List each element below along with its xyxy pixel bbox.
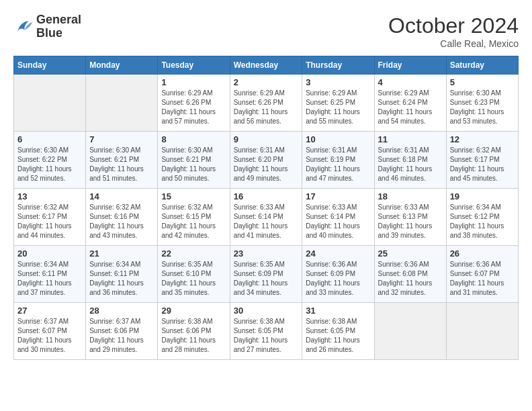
day-info: Sunrise: 6:35 AMSunset: 6:10 PMDaylight:… (161, 260, 226, 298)
day-number: 10 (306, 134, 370, 144)
calendar-cell: 12Sunrise: 6:32 AMSunset: 6:17 PMDayligh… (446, 132, 518, 189)
calendar-cell: 17Sunrise: 6:33 AMSunset: 6:14 PMDayligh… (302, 189, 374, 246)
calendar-cell: 16Sunrise: 6:33 AMSunset: 6:14 PMDayligh… (230, 189, 302, 246)
calendar-cell: 19Sunrise: 6:34 AMSunset: 6:12 PMDayligh… (446, 189, 518, 246)
day-number: 14 (89, 191, 154, 201)
calendar-week-row: 27Sunrise: 6:37 AMSunset: 6:07 PMDayligh… (14, 303, 519, 360)
logo-line2: Blue (36, 27, 81, 40)
day-info: Sunrise: 6:32 AMSunset: 6:17 PMDaylight:… (450, 146, 515, 183)
day-number: 1 (161, 77, 226, 87)
day-info: Sunrise: 6:29 AMSunset: 6:25 PMDaylight:… (306, 89, 370, 126)
month-title: October 2024 (388, 13, 519, 38)
weekday-header: Saturday (446, 56, 518, 75)
weekday-header: Monday (86, 56, 158, 75)
day-number: 12 (450, 134, 515, 144)
day-number: 21 (89, 248, 154, 259)
calendar-cell: 6Sunrise: 6:30 AMSunset: 6:22 PMDaylight… (14, 132, 86, 189)
day-number: 22 (161, 248, 226, 259)
day-info: Sunrise: 6:30 AMSunset: 6:21 PMDaylight:… (161, 146, 226, 183)
day-info: Sunrise: 6:30 AMSunset: 6:22 PMDaylight:… (17, 146, 82, 183)
day-info: Sunrise: 6:38 AMSunset: 6:05 PMDaylight:… (306, 317, 370, 355)
weekday-header: Wednesday (230, 56, 302, 75)
day-number: 7 (89, 134, 154, 144)
day-number: 20 (17, 248, 82, 259)
day-number: 8 (161, 134, 226, 144)
day-number: 9 (234, 134, 299, 144)
calendar-cell: 22Sunrise: 6:35 AMSunset: 6:10 PMDayligh… (158, 246, 230, 303)
day-number: 30 (234, 306, 299, 316)
day-info: Sunrise: 6:38 AMSunset: 6:06 PMDaylight:… (161, 317, 226, 355)
calendar-cell: 10Sunrise: 6:31 AMSunset: 6:19 PMDayligh… (302, 132, 374, 189)
day-info: Sunrise: 6:33 AMSunset: 6:13 PMDaylight:… (378, 203, 443, 240)
day-info: Sunrise: 6:30 AMSunset: 6:23 PMDaylight:… (450, 89, 515, 126)
calendar-cell: 30Sunrise: 6:38 AMSunset: 6:05 PMDayligh… (230, 303, 302, 360)
calendar-cell: 26Sunrise: 6:36 AMSunset: 6:07 PMDayligh… (446, 246, 518, 303)
day-info: Sunrise: 6:36 AMSunset: 6:07 PMDaylight:… (450, 260, 515, 298)
day-number: 31 (306, 306, 370, 316)
calendar-table: SundayMondayTuesdayWednesdayThursdayFrid… (13, 56, 519, 360)
calendar-cell: 24Sunrise: 6:36 AMSunset: 6:09 PMDayligh… (302, 246, 374, 303)
day-number: 17 (306, 191, 370, 201)
day-info: Sunrise: 6:32 AMSunset: 6:17 PMDaylight:… (17, 203, 82, 240)
day-number: 26 (450, 248, 515, 259)
day-info: Sunrise: 6:35 AMSunset: 6:09 PMDaylight:… (234, 260, 299, 298)
day-number: 6 (17, 134, 82, 144)
day-number: 25 (378, 248, 443, 259)
day-number: 4 (378, 77, 443, 87)
calendar-cell (446, 303, 518, 360)
day-info: Sunrise: 6:33 AMSunset: 6:14 PMDaylight:… (306, 203, 370, 240)
calendar-cell (86, 75, 158, 132)
calendar-cell: 11Sunrise: 6:31 AMSunset: 6:18 PMDayligh… (374, 132, 446, 189)
calendar-cell: 9Sunrise: 6:31 AMSunset: 6:20 PMDaylight… (230, 132, 302, 189)
day-info: Sunrise: 6:33 AMSunset: 6:14 PMDaylight:… (234, 203, 299, 240)
calendar-cell (374, 303, 446, 360)
day-number: 11 (378, 134, 443, 144)
calendar-week-row: 6Sunrise: 6:30 AMSunset: 6:22 PMDaylight… (14, 132, 519, 189)
day-info: Sunrise: 6:31 AMSunset: 6:18 PMDaylight:… (378, 146, 443, 183)
day-info: Sunrise: 6:36 AMSunset: 6:08 PMDaylight:… (378, 260, 443, 298)
calendar-cell: 3Sunrise: 6:29 AMSunset: 6:25 PMDaylight… (302, 75, 374, 132)
day-info: Sunrise: 6:31 AMSunset: 6:20 PMDaylight:… (234, 146, 299, 183)
day-info: Sunrise: 6:32 AMSunset: 6:16 PMDaylight:… (89, 203, 154, 240)
logo-line1: General (36, 13, 81, 27)
day-number: 19 (450, 191, 515, 201)
logo-text: General Blue (36, 13, 81, 40)
page-header: General Blue October 2024 Calle Real, Me… (13, 13, 519, 49)
day-info: Sunrise: 6:34 AMSunset: 6:11 PMDaylight:… (17, 260, 82, 298)
day-info: Sunrise: 6:34 AMSunset: 6:11 PMDaylight:… (89, 260, 154, 298)
weekday-row: SundayMondayTuesdayWednesdayThursdayFrid… (14, 56, 519, 75)
day-number: 15 (161, 191, 226, 201)
location-subtitle: Calle Real, Mexico (388, 38, 519, 49)
weekday-header: Tuesday (158, 56, 230, 75)
calendar-week-row: 13Sunrise: 6:32 AMSunset: 6:17 PMDayligh… (14, 189, 519, 246)
logo-icon (13, 17, 34, 37)
calendar-cell: 7Sunrise: 6:30 AMSunset: 6:21 PMDaylight… (86, 132, 158, 189)
calendar-cell: 21Sunrise: 6:34 AMSunset: 6:11 PMDayligh… (86, 246, 158, 303)
calendar-cell: 23Sunrise: 6:35 AMSunset: 6:09 PMDayligh… (230, 246, 302, 303)
day-number: 13 (17, 191, 82, 201)
day-number: 5 (450, 77, 515, 87)
day-number: 16 (234, 191, 299, 201)
day-number: 24 (306, 248, 370, 259)
calendar-cell: 15Sunrise: 6:32 AMSunset: 6:15 PMDayligh… (158, 189, 230, 246)
calendar-cell: 27Sunrise: 6:37 AMSunset: 6:07 PMDayligh… (14, 303, 86, 360)
calendar-header: SundayMondayTuesdayWednesdayThursdayFrid… (14, 56, 519, 75)
day-info: Sunrise: 6:38 AMSunset: 6:05 PMDaylight:… (234, 317, 299, 355)
day-number: 27 (17, 306, 82, 316)
calendar-week-row: 20Sunrise: 6:34 AMSunset: 6:11 PMDayligh… (14, 246, 519, 303)
calendar-cell: 14Sunrise: 6:32 AMSunset: 6:16 PMDayligh… (86, 189, 158, 246)
day-info: Sunrise: 6:30 AMSunset: 6:21 PMDaylight:… (89, 146, 154, 183)
day-info: Sunrise: 6:37 AMSunset: 6:07 PMDaylight:… (17, 317, 82, 355)
day-info: Sunrise: 6:29 AMSunset: 6:26 PMDaylight:… (234, 89, 299, 126)
day-number: 3 (306, 77, 370, 87)
weekday-header: Sunday (14, 56, 86, 75)
day-info: Sunrise: 6:36 AMSunset: 6:09 PMDaylight:… (306, 260, 370, 298)
day-info: Sunrise: 6:32 AMSunset: 6:15 PMDaylight:… (161, 203, 226, 240)
calendar-cell (14, 75, 86, 132)
calendar-cell: 29Sunrise: 6:38 AMSunset: 6:06 PMDayligh… (158, 303, 230, 360)
calendar-cell: 20Sunrise: 6:34 AMSunset: 6:11 PMDayligh… (14, 246, 86, 303)
day-info: Sunrise: 6:29 AMSunset: 6:26 PMDaylight:… (161, 89, 226, 126)
calendar-cell: 2Sunrise: 6:29 AMSunset: 6:26 PMDaylight… (230, 75, 302, 132)
calendar-cell: 5Sunrise: 6:30 AMSunset: 6:23 PMDaylight… (446, 75, 518, 132)
weekday-header: Friday (374, 56, 446, 75)
